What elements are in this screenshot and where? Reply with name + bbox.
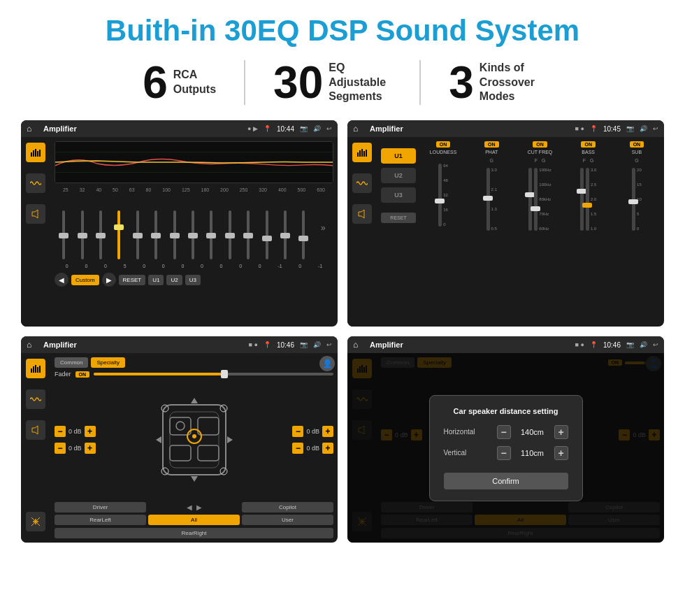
db-plus-rr[interactable]: + (322, 443, 333, 454)
phat-label: PHAT (485, 150, 498, 155)
eq-val-1: 0 (85, 264, 87, 268)
dialog-overlay: Car speaker distance setting Horizontal … (347, 353, 664, 543)
prev-button[interactable]: ◀ (55, 273, 68, 287)
specialty-tab-3[interactable]: Specialty (91, 357, 124, 368)
u1-button[interactable]: U1 (148, 275, 164, 285)
right-db-controls: − 0 dB + − 0 dB + (292, 426, 333, 454)
eq-slider-9[interactable] (229, 210, 231, 259)
eq-label-0: 25 (63, 187, 68, 192)
left-sidebar-1 (21, 137, 50, 327)
left-arrow-3[interactable]: ◀ (187, 503, 192, 511)
rearleft-btn-3[interactable]: RearLeft (55, 515, 146, 525)
speaker-icon[interactable] (26, 204, 45, 224)
custom-button[interactable]: Custom (71, 275, 99, 285)
eq-graph (55, 141, 333, 183)
eq-slider-0[interactable] (62, 210, 65, 259)
confirm-button[interactable]: Confirm (444, 473, 568, 489)
eq-val-2: 0 (104, 264, 107, 268)
eq-slider-4[interactable] (136, 210, 139, 259)
speaker-icon-2[interactable] (352, 204, 372, 224)
statusbar-2: ⌂ Amplifier ■ ● 📍 10:45 📷 🔊 ↩ (347, 120, 664, 137)
stat-rca: 6 RCAOutputs (115, 60, 245, 105)
vertical-label: Vertical (444, 449, 491, 457)
horizontal-label: Horizontal (444, 428, 491, 436)
dots-icon-2: ■ ● (575, 125, 584, 132)
home-icon-1: ⌂ (27, 123, 38, 134)
horizontal-minus-btn[interactable]: − (497, 425, 511, 439)
db-plus-fl[interactable]: + (85, 426, 96, 437)
loudness-label: LOUDNESS (430, 150, 457, 155)
arrows-icon-3[interactable] (26, 512, 45, 531)
reset-button[interactable]: RESET (119, 275, 146, 285)
fader-track[interactable] (94, 373, 333, 375)
vertical-control: − 110cm + (497, 446, 568, 460)
wave-icon[interactable] (26, 173, 45, 193)
vertical-minus-btn[interactable]: − (497, 446, 511, 460)
u3-button[interactable]: U3 (185, 275, 201, 285)
screen-eq: ⌂ Amplifier ● ▶ 📍 10:44 📷 🔊 ↩ (21, 120, 338, 327)
svg-point-30 (176, 422, 185, 430)
right-arrow-3[interactable]: ▶ (196, 503, 202, 511)
eq-slider-6[interactable] (173, 210, 176, 259)
reset-crossover-btn[interactable]: RESET (381, 213, 416, 223)
eq-val-13: -1 (318, 264, 322, 268)
eq-slider-3[interactable] (117, 210, 120, 259)
wave-icon-2[interactable] (352, 173, 372, 193)
fader-on-badge: ON (75, 371, 90, 378)
all-btn-3[interactable]: All (148, 515, 240, 525)
svg-rect-16 (31, 368, 32, 373)
horizontal-plus-btn[interactable]: + (554, 425, 568, 439)
db-control-fl: − 0 dB + (55, 426, 96, 437)
u2-button[interactable]: U2 (166, 275, 182, 285)
eq-slider-1[interactable] (81, 210, 84, 259)
svg-marker-15 (359, 210, 364, 218)
screen-crossover: ⌂ Amplifier ■ ● 📍 10:45 📷 🔊 ↩ (347, 120, 664, 327)
svg-rect-4 (39, 150, 41, 157)
eq-label-6: 100 (162, 187, 171, 192)
svg-rect-12 (361, 149, 363, 157)
eq-slider-11[interactable] (266, 210, 268, 259)
speaker-icon-3[interactable] (26, 420, 45, 440)
db-plus-rl[interactable]: + (85, 443, 96, 454)
eq-slider-2[interactable] (99, 210, 102, 259)
stat-rca-number: 6 (143, 60, 168, 105)
eq-icon-3[interactable] (26, 359, 45, 378)
svg-rect-27 (198, 445, 219, 461)
u2-crossover-btn[interactable]: U2 (381, 168, 416, 183)
u3-crossover-btn[interactable]: U3 (381, 187, 416, 203)
eq-slider-7[interactable] (192, 210, 194, 259)
driver-btn-3[interactable]: Driver (55, 502, 146, 513)
db-minus-fr[interactable]: − (292, 426, 303, 437)
eq-slider-8[interactable] (210, 210, 212, 259)
user-btn-3[interactable]: User (242, 515, 333, 525)
status-time-3: 10:46 (277, 341, 294, 349)
db-control-rl: − 0 dB + (55, 443, 96, 454)
db-minus-rl[interactable]: − (55, 443, 66, 454)
eq-val-7: 0 (201, 264, 203, 268)
eq-slider-13[interactable] (302, 210, 305, 259)
eq-slider-10[interactable] (247, 210, 250, 259)
wave-icon-3[interactable] (26, 389, 45, 409)
copilot-btn-3[interactable]: Copilot (242, 502, 333, 513)
rearright-btn-3[interactable]: RearRight (55, 528, 333, 538)
location-icon-3: 📍 (264, 341, 271, 348)
eq-icon[interactable] (26, 143, 45, 162)
eq-val-5: 0 (162, 264, 165, 268)
svg-rect-24 (170, 417, 191, 435)
left-sidebar-2 (347, 137, 377, 327)
eq-slider-5[interactable] (154, 210, 157, 259)
db-minus-fl[interactable]: − (55, 426, 66, 437)
db-minus-rr[interactable]: − (292, 443, 303, 454)
eq-icon-2[interactable] (352, 143, 372, 162)
play-button[interactable]: ▶ (102, 273, 116, 287)
loudness-col: ON LOUDNESS 64 48 32 (420, 141, 466, 234)
common-tab-3[interactable]: Common (55, 357, 88, 368)
eq-slider-12[interactable] (284, 210, 287, 259)
db-plus-fr[interactable]: + (322, 426, 333, 437)
vertical-plus-btn[interactable]: + (554, 446, 568, 460)
u1-crossover-btn[interactable]: U1 (381, 148, 416, 164)
car-diagram-3 (152, 391, 236, 489)
statusbar-4: ⌂ Amplifier ■ ● 📍 10:46 📷 🔊 ↩ (347, 336, 664, 353)
screen3-content: 👤 Common Specialty Fader ON (21, 353, 338, 543)
tabs-row-3: Common Specialty (55, 357, 333, 368)
